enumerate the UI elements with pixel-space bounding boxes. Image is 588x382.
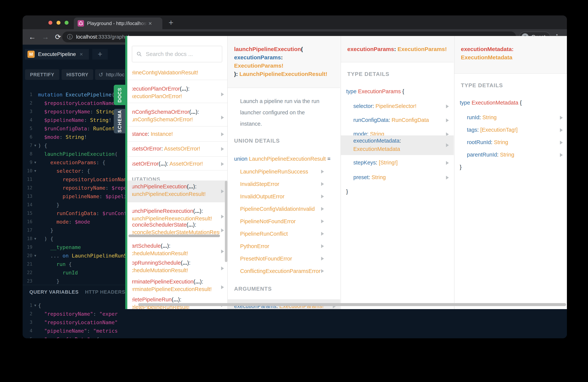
code-line[interactable]: 1▼{: [22, 301, 127, 310]
code-line[interactable]: 8 launchPipelineExecution(: [22, 150, 127, 158]
chevron-right-icon: [221, 147, 224, 151]
type-field-row[interactable]: runId: String: [467, 114, 497, 121]
code-line[interactable]: 23 }: [22, 277, 127, 285]
union-member-row[interactable]: PresetNotFoundError: [240, 255, 292, 262]
code-line[interactable]: 19 __typename: [22, 243, 127, 252]
chevron-right-icon: [446, 119, 449, 122]
chevron-right-icon: [221, 229, 224, 232]
code-line[interactable]: 2 "repositoryName": "exper: [22, 310, 127, 318]
union-member-row[interactable]: PipelineNotFoundError: [240, 218, 296, 225]
docs-search-input[interactable]: Search the docs ...: [132, 46, 222, 62]
tab-schema[interactable]: SCHEMA: [114, 109, 126, 133]
field-description: Launch a pipeline run via the runlaunche…: [240, 95, 319, 129]
maximize-window-button[interactable]: [64, 21, 68, 25]
docs-field-detail-column: launchPipelineExecution( executionParams…: [228, 36, 340, 309]
code-line[interactable]: 7▼) {: [22, 141, 127, 150]
doc-field-row[interactable]: assetOrError(...): AssetOrError!: [127, 158, 227, 171]
query-editor[interactable]: 1mutation ExecutePipeline(2 $repositoryL…: [22, 90, 127, 285]
prettify-button[interactable]: PRETTIFY: [25, 69, 59, 80]
chevron-right-icon: [221, 92, 224, 96]
code-line[interactable]: 10▼ selector: {: [22, 167, 127, 175]
type-field-row[interactable]: selector: PipelineSelector!: [353, 103, 417, 109]
code-line[interactable]: 5▼ "runConfigData": {: [22, 335, 127, 338]
union-member-row[interactable]: InvalidOutputError: [240, 193, 284, 200]
doc-field-row[interactable]: assetsOrError: AssetsOrError!: [127, 143, 227, 156]
list-horizontal-scrollbar[interactable]: [128, 234, 220, 237]
code-line[interactable]: 5 $runConfigData: RunConfigData!: [22, 124, 127, 133]
graphql-favicon-icon: [78, 20, 84, 26]
doc-field-row[interactable]: reconcileSchedulerState(...):ReconcileSc…: [127, 219, 227, 242]
union-member-row[interactable]: PipelineRunConflict: [240, 231, 288, 237]
code-line[interactable]: 16 mode: $mode: [22, 217, 127, 226]
doc-field-row[interactable]: launchPipelineExecution(...):LaunchPipel…: [127, 180, 227, 202]
code-line[interactable]: 20▼ ... on LaunchPipelineRunSuccess {: [22, 252, 127, 260]
code-line[interactable]: 6 $mode: String!: [22, 133, 127, 141]
code-line[interactable]: 12 repositoryName: $repositoryName: [22, 184, 127, 192]
doc-field-row[interactable]: runConfigSchemaOrError(...):RunConfigSch…: [127, 106, 227, 129]
error-mark: [22, 338, 24, 338]
union-member-row[interactable]: ConflictingExecutionParamsError: [240, 268, 320, 274]
session-tab[interactable]: M ExecutePipeline ×: [25, 49, 89, 60]
session-close-icon[interactable]: ×: [80, 51, 83, 58]
type-field-row[interactable]: stepKeys: [String!]: [353, 160, 398, 166]
docs-vertical-scrollbar[interactable]: [225, 181, 227, 262]
union-member-row[interactable]: PipelineConfigValidationInvalid: [240, 206, 315, 212]
field-signature-header: launchPipelineExecution( executionParams…: [228, 36, 340, 88]
type-details-header: TYPE DETAILS: [461, 82, 503, 88]
url-path: :3333/graphql: [97, 34, 129, 40]
code-line[interactable]: 15 runConfigData: $runConfigData: [22, 209, 127, 217]
code-line[interactable]: 13 pipelineName: $pipelineName: [22, 192, 127, 201]
chevron-right-icon: [560, 153, 563, 157]
chevron-right-icon: [321, 244, 324, 248]
docs-horizontal-scrollbar[interactable]: [138, 303, 566, 306]
code-line[interactable]: 17 }: [22, 226, 127, 234]
reload-icon[interactable]: ⟳: [55, 33, 61, 41]
type-field-row-selected[interactable]: executionMetadata:ExecutionMetadata: [341, 135, 454, 155]
code-line[interactable]: 22 runId: [22, 268, 127, 277]
info-circle-icon[interactable]: ⓘ: [67, 33, 73, 41]
tab-query-variables[interactable]: QUERY VARIABLES: [29, 289, 79, 295]
back-icon[interactable]: ←: [29, 33, 36, 41]
type-field-row[interactable]: preset: String: [353, 174, 386, 180]
union-member-row[interactable]: InvalidStepError: [240, 181, 279, 187]
code-line[interactable]: 2 $repositoryLocationName: String!: [22, 99, 127, 107]
query-variables-editor[interactable]: 1▼{2 "repositoryName": "exper3 "reposito…: [22, 299, 127, 338]
type-field-row[interactable]: runConfigData: RunConfigData: [353, 117, 429, 123]
browser-tab[interactable]: Playground - http://localhost:3 ×: [74, 18, 162, 29]
list-divider: [127, 170, 227, 170]
code-line[interactable]: 4 "pipelineName": "metrics: [22, 327, 127, 335]
type-close-brace: }: [346, 189, 348, 195]
code-line[interactable]: 21 run {: [22, 260, 127, 268]
tab-http-headers[interactable]: HTTP HEADERS: [85, 289, 126, 295]
union-member-row[interactable]: PythonError: [240, 243, 269, 249]
list-divider: [127, 80, 227, 80]
doc-field-row[interactable]: instance: Instance!: [127, 128, 227, 141]
history-button[interactable]: HISTORY: [62, 69, 93, 80]
code-line[interactable]: 11 repositoryLocationName: $repositoryLo…: [22, 175, 127, 184]
close-window-button[interactable]: [48, 21, 52, 25]
code-line[interactable]: 4 $pipelineName: String!: [22, 116, 127, 124]
type-field-row[interactable]: tags: [ExecutionTag!]: [467, 127, 518, 133]
type-field-row[interactable]: rootRunId: String: [467, 139, 508, 146]
variables-tabbar: QUERY VARIABLES HTTP HEADERS: [22, 285, 127, 299]
tab-docs[interactable]: DOCS: [114, 85, 126, 105]
code-line[interactable]: 14 }: [22, 201, 127, 209]
docs-accent-strip: [125, 36, 127, 309]
code-line[interactable]: 3 "repositoryLocationName": [22, 318, 127, 327]
doc-field-row[interactable]: deletePipelineRun(...):DeletePipelineRun…: [127, 294, 227, 309]
code-line[interactable]: 1mutation ExecutePipeline(: [22, 90, 127, 99]
chevron-right-icon: [221, 116, 224, 119]
union-member-row[interactable]: LaunchPipelineRunSuccess: [240, 169, 308, 175]
endpoint-reload-icon[interactable]: ↺: [99, 71, 103, 78]
code-line[interactable]: 3 $repositoryName: String!: [22, 107, 127, 116]
forward-icon[interactable]: →: [42, 33, 49, 41]
code-line[interactable]: 18▼ ) {: [22, 234, 127, 243]
chevron-right-icon: [446, 105, 449, 108]
type-field-row[interactable]: parentRunId: String: [467, 152, 514, 158]
new-tab-button[interactable]: +: [168, 19, 173, 27]
tab-close-icon[interactable]: ×: [148, 20, 152, 26]
new-session-button[interactable]: +: [92, 49, 108, 60]
union-details-header: UNION DETAILS: [234, 138, 280, 144]
minimize-window-button[interactable]: [57, 21, 61, 25]
code-line[interactable]: 9▼ executionParams: {: [22, 158, 127, 167]
